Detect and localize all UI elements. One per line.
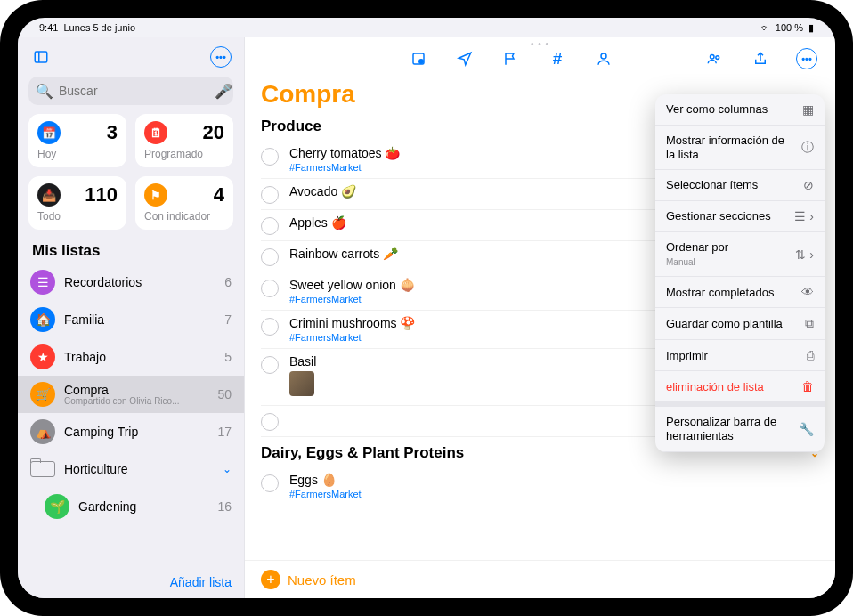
plus-icon: + — [261, 570, 280, 589]
list-family[interactable]: 🏠 Familia 7 — [18, 301, 244, 338]
reminder-row[interactable]: Eggs 🥚#FarmersMarket — [261, 467, 819, 505]
drag-handle-icon[interactable]: • • • — [531, 39, 549, 49]
template-icon: ⧉ — [805, 316, 814, 331]
folder-icon — [30, 461, 55, 477]
search-icon: 🔍 — [36, 83, 53, 100]
list-reminders[interactable]: ☰ Recordatorios 6 — [18, 263, 244, 301]
eye-icon: 👁 — [801, 285, 814, 299]
list-camping[interactable]: ⛺ Camping Trip 17 — [18, 413, 244, 450]
chevron-down-icon[interactable]: ⌄ — [223, 463, 232, 475]
status-date: Lunes 5 de junio — [63, 22, 135, 33]
checkmark-icon: ⊘ — [803, 178, 814, 192]
svg-point-3 — [419, 60, 424, 64]
menu-customize-toolbar[interactable]: Personalizar barra de herramientas🔧 — [655, 407, 825, 451]
menu-sort-by[interactable]: Ordenar porManual⇅ › — [655, 232, 825, 277]
more-menu-popover: Ver como columnas▦ Mostrar información d… — [655, 94, 825, 452]
printer-icon: ⎙ — [807, 348, 814, 362]
svg-point-5 — [711, 55, 715, 60]
trash-icon: 🗑 — [801, 379, 814, 393]
house-icon: 🏠 — [30, 307, 55, 332]
mic-icon[interactable]: 🎤 — [215, 83, 232, 100]
complete-toggle[interactable] — [261, 248, 279, 266]
menu-print[interactable]: Imprimir⎙ — [655, 340, 825, 371]
search-field[interactable]: 🔍 🎤 — [28, 77, 233, 105]
flag-button[interactable] — [499, 46, 524, 71]
columns-icon: ▦ — [802, 102, 814, 117]
smart-scheduled[interactable]: 🗓20 Programado — [135, 114, 233, 167]
cart-icon: 🛒 — [30, 382, 55, 407]
search-input[interactable] — [59, 84, 215, 98]
toggle-sidebar-button[interactable] — [28, 45, 53, 69]
svg-rect-0 — [35, 52, 47, 62]
tent-icon: ⛺ — [30, 419, 55, 444]
smart-all[interactable]: 📥110 Todo — [28, 176, 126, 230]
wifi-icon: ᯤ — [760, 22, 770, 33]
menu-view-columns[interactable]: Ver como columnas▦ — [655, 94, 825, 126]
share-button[interactable] — [748, 46, 773, 71]
complete-toggle[interactable] — [261, 186, 279, 204]
complete-toggle[interactable] — [261, 280, 279, 297]
my-lists-header: Mis listas — [18, 230, 244, 263]
menu-select-items[interactable]: Seleccionar ítems⊘ — [655, 170, 825, 201]
assign-button[interactable] — [591, 46, 616, 71]
complete-toggle[interactable] — [261, 356, 279, 374]
add-list-button[interactable]: Añadir lista — [18, 566, 244, 598]
complete-toggle[interactable] — [261, 474, 279, 492]
main-content: • • • # ••• Compra Produce Cherry tomato… — [245, 37, 835, 598]
info-icon: ⓘ — [801, 140, 814, 156]
location-button[interactable] — [452, 46, 477, 71]
smart-today[interactable]: 📅3 Hoy — [28, 114, 126, 167]
new-reminder-button[interactable]: + Nuevo ítem — [245, 560, 835, 598]
wrench-icon: 🔧 — [799, 422, 814, 436]
list-work[interactable]: ★ Trabajo 5 — [18, 338, 244, 376]
folder-horticulture[interactable]: Horticulture ⌄ — [18, 450, 244, 488]
svg-point-4 — [601, 53, 606, 59]
menu-manage-sections[interactable]: Gestionar secciones☰ › — [655, 201, 825, 232]
complete-toggle[interactable] — [261, 148, 279, 166]
star-icon: ★ — [30, 344, 55, 369]
sort-icon: ⇅ › — [795, 247, 814, 262]
complete-toggle[interactable] — [261, 413, 279, 431]
sidebar: ••• 🔍 🎤 📅3 Hoy 🗓20 Programado 📥110 T — [18, 37, 245, 598]
more-menu-button[interactable]: ••• — [794, 46, 819, 71]
status-bar: 9:41 Lunes 5 de junio ᯤ 100 % ▮ — [18, 18, 835, 37]
more-button[interactable]: ••• — [208, 45, 233, 69]
attachment-thumbnail[interactable] — [289, 371, 314, 396]
battery-label: 100 % — [776, 22, 803, 33]
menu-show-completed[interactable]: Mostrar completados👁 — [655, 277, 825, 308]
complete-toggle[interactable] — [261, 217, 279, 235]
list-icon: ☰ › — [794, 209, 814, 223]
leaf-icon: 🌱 — [45, 494, 69, 519]
complete-toggle[interactable] — [261, 318, 279, 336]
menu-show-info[interactable]: Mostrar información de la listaⓘ — [655, 126, 825, 170]
smart-flagged[interactable]: ⚑4 Con indicador — [135, 176, 233, 230]
svg-point-6 — [716, 56, 719, 60]
tag-button[interactable]: # — [545, 46, 570, 71]
status-time: 9:41 — [39, 22, 58, 33]
list-gardening[interactable]: 🌱 Gardening 16 — [18, 488, 244, 525]
list-shopping[interactable]: 🛒 Compra Compartido con Olivia Rico... 5… — [18, 376, 244, 413]
battery-icon: ▮ — [808, 22, 814, 34]
menu-save-template[interactable]: Guardar como plantilla⧉ — [655, 308, 825, 340]
template-button[interactable] — [406, 46, 431, 71]
list-icon: ☰ — [30, 270, 55, 295]
collaborate-button[interactable] — [702, 46, 727, 71]
menu-delete-list[interactable]: eliminación de lista🗑 — [655, 371, 825, 402]
